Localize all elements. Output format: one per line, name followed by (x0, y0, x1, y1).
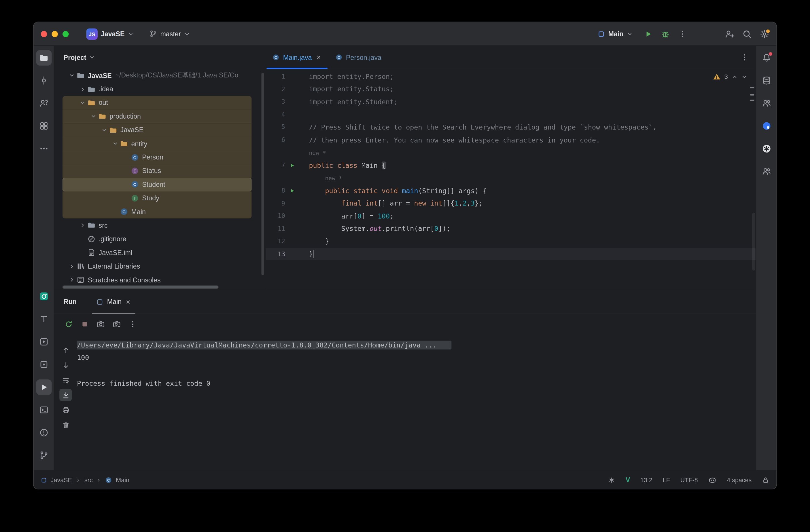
debug-button[interactable] (661, 29, 670, 38)
run-button[interactable] (644, 30, 652, 38)
close-icon[interactable] (125, 299, 132, 305)
tree-item-javase-iml[interactable]: JavaSE.iml (63, 246, 252, 260)
tree-item-idea[interactable]: .idea (63, 82, 252, 96)
tool-window-button-services[interactable] (36, 334, 52, 349)
tree-item-scratches-and-consoles[interactable]: Scratches and Consoles (63, 273, 252, 286)
tool-window-button-commit[interactable] (36, 73, 52, 88)
soft-wrap-button[interactable] (59, 374, 72, 386)
scroll-up-button[interactable] (59, 344, 72, 356)
tree-item-external-libraries[interactable]: External Libraries (63, 260, 252, 273)
chevron-down-icon[interactable] (91, 113, 97, 119)
tree-item-javase[interactable]: JavaSE~/Desktop/CS/JavaSE基础/1 Java SE/Co (63, 69, 252, 82)
editor-tab-person-java[interactable]: CPerson.java (328, 46, 388, 69)
warning-icon (713, 73, 721, 81)
tool-window-button-terminal[interactable] (36, 402, 52, 418)
more-actions-button[interactable] (678, 30, 687, 38)
tool-window-button-ai-assistant[interactable] (759, 96, 774, 111)
tool-window-button-openai[interactable] (759, 141, 774, 156)
folder-project-icon (76, 71, 85, 80)
project-panel-header[interactable]: Project (54, 46, 265, 69)
run-config-widget[interactable]: Main (595, 28, 636, 40)
tool-window-button-structure[interactable] (36, 118, 52, 134)
breadcrumb-item-main[interactable]: Main (116, 476, 129, 483)
run-tab-main[interactable]: Main (91, 290, 136, 314)
stop-button[interactable] (81, 320, 89, 329)
chevron-right-icon[interactable] (69, 277, 75, 283)
tree-item-javase[interactable]: JavaSE (63, 123, 252, 137)
code-with-me-button[interactable] (725, 29, 734, 38)
print-button[interactable] (59, 404, 72, 416)
todo-icon (39, 314, 48, 323)
close-icon[interactable] (315, 54, 322, 61)
file-encoding[interactable]: UTF-8 (680, 476, 698, 483)
scroll-down-button[interactable] (59, 359, 72, 371)
tool-window-button-ai-plugin[interactable] (36, 288, 52, 304)
horizontal-scrollbar[interactable] (63, 286, 218, 289)
code-editor[interactable]: 1import entity.Person;2import entity.Sta… (265, 69, 756, 289)
tree-item-student[interactable]: CStudent (63, 178, 252, 191)
tree-item-entity[interactable]: entity (63, 137, 252, 150)
vertical-scrollbar[interactable] (261, 73, 264, 275)
previous-problem-icon[interactable] (731, 74, 738, 80)
tool-window-button-collaboration-2[interactable] (759, 164, 774, 179)
tool-window-button-collaboration[interactable] (36, 96, 52, 111)
chevron-down-icon[interactable] (101, 127, 108, 133)
branch-widget[interactable]: master (146, 28, 193, 40)
tool-window-button-todo[interactable] (36, 311, 52, 327)
chevron-down-icon[interactable] (112, 140, 118, 147)
run-line-icon[interactable] (289, 188, 295, 194)
scroll-to-end-button[interactable] (59, 389, 72, 401)
folder-excluded-icon (87, 98, 96, 107)
project-widget[interactable]: JS JavaSE (83, 26, 137, 42)
caret-position[interactable]: 13:2 (640, 476, 652, 483)
line-separator[interactable]: LF (663, 476, 670, 483)
clear-all-button[interactable] (59, 419, 72, 431)
tree-item-gitignore[interactable]: .gitignore (63, 232, 252, 246)
chevron-right-icon[interactable] (69, 263, 75, 269)
tool-window-button-git[interactable] (36, 448, 52, 463)
run-console[interactable]: /Users/eve/Library/Java/JavaVirtualMachi… (77, 334, 756, 470)
openai-status-icon[interactable] (608, 476, 615, 483)
settings-button[interactable] (760, 29, 769, 38)
chevron-down-icon[interactable] (80, 100, 86, 106)
editor-tab-main-java[interactable]: CMain.java (265, 46, 328, 69)
inspections-widget[interactable]: 3 (713, 73, 747, 81)
screenshot-edit-button[interactable] (113, 320, 121, 329)
tree-item-status[interactable]: EStatus (63, 164, 252, 178)
tool-window-button-chat[interactable] (759, 118, 774, 134)
tool-window-button-project[interactable] (36, 50, 52, 66)
tree-item-person[interactable]: CPerson (63, 150, 252, 164)
breadcrumb-item-src[interactable]: src (84, 476, 93, 483)
v-plugin-status-icon[interactable]: V (626, 476, 630, 484)
tool-window-button-build[interactable] (36, 357, 52, 372)
tool-window-button-run[interactable] (36, 379, 52, 395)
next-problem-icon[interactable] (741, 74, 747, 80)
rerun-button[interactable] (65, 320, 73, 329)
more-options-button[interactable] (129, 320, 137, 329)
zoom-window-button[interactable] (63, 31, 69, 37)
tree-item-study[interactable]: IStudy (63, 191, 252, 205)
breadcrumb-item-javase[interactable]: JavaSE (51, 476, 72, 483)
copilot-status-icon[interactable] (708, 476, 717, 484)
tool-window-button-problems[interactable] (36, 425, 52, 440)
tree-item-out[interactable]: out (63, 96, 252, 110)
tree-item-production[interactable]: production (63, 110, 252, 123)
tool-window-button-more-tools[interactable] (36, 141, 52, 156)
tree-item-src[interactable]: src (63, 218, 252, 232)
chevron-right-icon[interactable] (80, 86, 86, 93)
tool-window-button-notifications[interactable] (759, 50, 774, 66)
chevron-down-icon[interactable] (69, 72, 75, 79)
tool-window-button-database[interactable] (759, 73, 774, 88)
search-everywhere-button[interactable] (742, 29, 751, 38)
tab-options-icon[interactable] (740, 53, 749, 62)
run-line-icon[interactable] (289, 162, 295, 168)
close-window-button[interactable] (41, 31, 47, 37)
minimize-window-button[interactable] (52, 31, 58, 37)
tree-item-main[interactable]: CMain (63, 205, 252, 218)
editor-tab-bar: CMain.javaCPerson.java (265, 46, 756, 69)
chevron-right-icon[interactable] (80, 222, 86, 229)
editor-scrollbar[interactable] (752, 213, 755, 271)
indent-info[interactable]: 4 spaces (727, 476, 751, 483)
lock-icon[interactable] (762, 476, 769, 483)
screenshot-button[interactable] (97, 320, 105, 329)
